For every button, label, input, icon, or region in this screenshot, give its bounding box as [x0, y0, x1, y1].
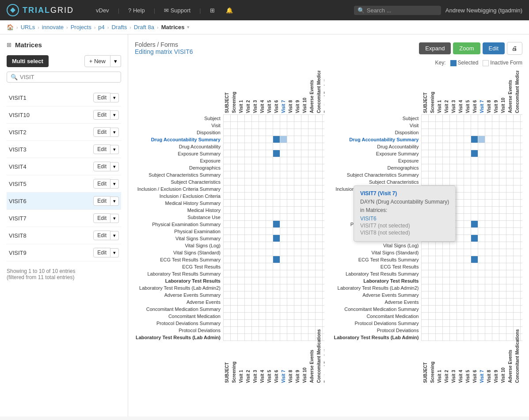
- matrix-cell[interactable]: [301, 242, 308, 249]
- matrix-cell[interactable]: [443, 150, 450, 157]
- matrix-cell[interactable]: [499, 284, 506, 291]
- matrix-cell[interactable]: [514, 157, 521, 164]
- matrix-cell[interactable]: [287, 299, 294, 306]
- matrix-cell[interactable]: [478, 178, 485, 185]
- matrix-cell[interactable]: [301, 313, 308, 320]
- matrix-cell[interactable]: [251, 249, 259, 256]
- matrix-cell[interactable]: [230, 299, 237, 306]
- matrix-cell[interactable]: [223, 185, 230, 193]
- matrix-cell[interactable]: [443, 122, 450, 129]
- matrix-cell[interactable]: [457, 221, 464, 228]
- matrix-cell[interactable]: [457, 207, 464, 214]
- matrix-cell[interactable]: [230, 193, 237, 200]
- matrix-cell[interactable]: [237, 334, 244, 341]
- matrix-cell[interactable]: [521, 122, 522, 129]
- matrix-cell[interactable]: [294, 129, 301, 136]
- matrix-cell[interactable]: [457, 327, 464, 334]
- matrix-cell[interactable]: [280, 270, 287, 277]
- matrix-cell[interactable]: [506, 242, 514, 249]
- matrix-cell[interactable]: [492, 171, 499, 178]
- matrix-cell[interactable]: [315, 164, 322, 171]
- matrix-cell[interactable]: [499, 136, 506, 143]
- matrix-cell[interactable]: [457, 185, 464, 193]
- matrix-cell[interactable]: [301, 115, 308, 122]
- matrix-cell[interactable]: [471, 327, 478, 334]
- matrix-cell[interactable]: [294, 221, 301, 228]
- matrix-cell[interactable]: [223, 214, 230, 221]
- matrix-cell[interactable]: [280, 291, 287, 299]
- matrix-cell[interactable]: [499, 249, 506, 256]
- matrix-cell[interactable]: [464, 122, 471, 129]
- matrix-cell[interactable]: [464, 284, 471, 291]
- matrix-cell[interactable]: [287, 327, 294, 334]
- matrix-cell[interactable]: [230, 306, 237, 313]
- matrix-cell[interactable]: [499, 193, 506, 200]
- matrix-cell[interactable]: [301, 228, 308, 235]
- matrix-cell[interactable]: [521, 256, 522, 263]
- matrix-cell[interactable]: [273, 171, 280, 178]
- matrix-cell[interactable]: [266, 193, 273, 200]
- matrix-cell[interactable]: [244, 306, 251, 313]
- item-edit-button[interactable]: Edit: [93, 179, 110, 189]
- matrix-cell[interactable]: [429, 171, 436, 178]
- matrix-cell[interactable]: [478, 115, 485, 122]
- matrix-cell[interactable]: [429, 313, 436, 320]
- matrix-cell[interactable]: [322, 263, 324, 270]
- matrix-cell[interactable]: [506, 185, 514, 193]
- matrix-cell[interactable]: [223, 129, 230, 136]
- matrix-cell[interactable]: [244, 242, 251, 249]
- breadcrumb-projects[interactable]: Projects: [71, 24, 91, 30]
- matrix-cell[interactable]: [266, 277, 273, 284]
- matrix-cell[interactable]: [506, 235, 514, 242]
- matrix-cell[interactable]: [478, 228, 485, 235]
- matrix-cell[interactable]: [244, 270, 251, 277]
- matrix-cell[interactable]: [280, 327, 287, 334]
- matrix-cell[interactable]: [492, 313, 499, 320]
- matrix-cell[interactable]: [478, 263, 485, 270]
- matrix-cell[interactable]: [514, 207, 521, 214]
- matrix-cell[interactable]: [499, 299, 506, 306]
- matrix-cell[interactable]: [485, 214, 492, 221]
- matrix-cell[interactable]: [436, 129, 443, 136]
- matrix-cell[interactable]: [436, 249, 443, 256]
- matrix-cell[interactable]: [237, 313, 244, 320]
- matrix-cell[interactable]: [266, 157, 273, 164]
- matrix-cell[interactable]: [521, 263, 522, 270]
- matrix-cell[interactable]: [251, 299, 259, 306]
- matrix-cell[interactable]: [499, 327, 506, 334]
- matrix-cell[interactable]: [251, 115, 259, 122]
- matrix-cell[interactable]: [223, 284, 230, 291]
- matrix-cell[interactable]: [315, 171, 322, 178]
- matrix-cell[interactable]: [506, 327, 514, 334]
- matrix-cell[interactable]: [443, 306, 450, 313]
- matrix-cell[interactable]: [514, 299, 521, 306]
- matrix-cell[interactable]: [315, 207, 322, 214]
- matrix-cell[interactable]: [506, 306, 514, 313]
- matrix-cell[interactable]: [322, 200, 324, 207]
- matrix-cell[interactable]: [244, 122, 251, 129]
- matrix-cell[interactable]: [506, 249, 514, 256]
- matrix-cell[interactable]: [273, 256, 280, 263]
- matrix-cell[interactable]: [422, 242, 429, 249]
- matrix-cell[interactable]: [506, 284, 514, 291]
- matrix-cell[interactable]: [457, 171, 464, 178]
- matrix-cell[interactable]: [422, 249, 429, 256]
- matrix-cell[interactable]: [244, 313, 251, 320]
- matrix-cell[interactable]: [259, 221, 266, 228]
- matrix-cell[interactable]: [471, 306, 478, 313]
- matrix-cell[interactable]: [464, 242, 471, 249]
- matrix-cell[interactable]: [251, 277, 259, 284]
- matrix-cell[interactable]: [308, 178, 315, 185]
- matrix-cell[interactable]: [244, 334, 251, 341]
- matrix-cell[interactable]: [436, 256, 443, 263]
- matrix-cell[interactable]: [266, 150, 273, 157]
- matrix-cell[interactable]: [443, 277, 450, 284]
- matrix-cell[interactable]: [230, 284, 237, 291]
- matrix-cell[interactable]: [251, 136, 259, 143]
- matrix-cell[interactable]: [450, 291, 457, 299]
- nav-help[interactable]: ? Help: [124, 5, 149, 16]
- matrix-cell[interactable]: [450, 270, 457, 277]
- matrix-cell[interactable]: [287, 122, 294, 129]
- matrix-cell[interactable]: [266, 143, 273, 150]
- matrix-cell[interactable]: [280, 171, 287, 178]
